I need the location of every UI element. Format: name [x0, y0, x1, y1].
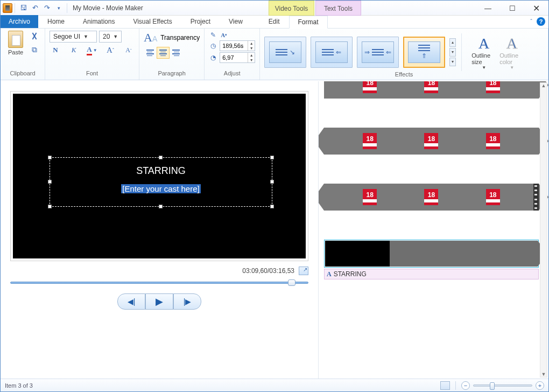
- align-left-button[interactable]: [144, 47, 157, 59]
- maximize-button[interactable]: ☐: [500, 1, 524, 16]
- resize-handle[interactable]: [48, 156, 52, 159]
- timeline-clip-selected[interactable]: [324, 240, 539, 268]
- help-icon[interactable]: ?: [537, 17, 545, 26]
- duration-icon: ◔: [209, 53, 217, 62]
- tab-view[interactable]: View: [220, 15, 252, 28]
- text-box[interactable]: STARRING [Enter your cast here]: [50, 157, 272, 207]
- resize-handle[interactable]: [159, 156, 163, 159]
- zoom-knob[interactable]: [490, 382, 495, 390]
- effects-gallery-more[interactable]: ▴▾▾: [449, 38, 457, 66]
- rating-badge: 18: [486, 189, 500, 205]
- caption-track[interactable]: A STARRING: [324, 269, 539, 279]
- close-button[interactable]: ✕: [524, 1, 548, 16]
- paste-icon: [8, 31, 23, 48]
- tab-visual-effects[interactable]: Visual Effects: [124, 15, 181, 28]
- shrink-font-button[interactable]: Aˇ: [123, 45, 135, 55]
- seek-knob[interactable]: [288, 279, 295, 286]
- window-title: My Movie - Movie Maker: [73, 4, 143, 12]
- timeline-pane[interactable]: 18 18 18 18 18 18 18 18 18 A STARRING ▲▼: [318, 81, 548, 379]
- tab-home[interactable]: Home: [38, 15, 74, 28]
- resize-handle[interactable]: [159, 205, 163, 208]
- tab-edit[interactable]: Edit: [259, 15, 289, 28]
- align-center-button[interactable]: [157, 47, 170, 59]
- resize-handle[interactable]: [270, 205, 274, 208]
- caption-placeholder[interactable]: [Enter your cast here]: [50, 184, 272, 193]
- start-time-icon: ◷: [209, 41, 217, 50]
- zoom-in-button[interactable]: +: [536, 381, 544, 390]
- copy-button[interactable]: ⧉: [29, 44, 40, 55]
- effect-scroll-in[interactable]: ⇒⇐: [357, 37, 399, 68]
- play-button[interactable]: ▶: [145, 293, 173, 310]
- outline-size-button[interactable]: AOutline size▼: [471, 35, 496, 70]
- resize-handle[interactable]: [270, 156, 274, 159]
- timeline-clip[interactable]: 18 18 18: [324, 81, 539, 99]
- prev-frame-button[interactable]: ◀|: [117, 293, 145, 310]
- tab-project[interactable]: Project: [181, 15, 220, 28]
- paste-label: Paste: [8, 49, 23, 55]
- cut-button[interactable]: [29, 31, 40, 43]
- redo-icon[interactable]: ↷: [41, 2, 53, 14]
- seek-bar[interactable]: [10, 282, 308, 287]
- text-color-icon[interactable]: A▾: [220, 31, 228, 39]
- rating-badge: 18: [363, 133, 377, 149]
- edit-text-icon[interactable]: ✎: [209, 31, 217, 39]
- paste-button[interactable]: Paste: [5, 31, 26, 55]
- zoom-out-button[interactable]: −: [461, 381, 470, 390]
- grow-font-button[interactable]: Aˆ: [104, 45, 116, 55]
- duration-spinner[interactable]: 6,97▲▼: [220, 52, 255, 63]
- start-time-spinner[interactable]: 189,56s▲▼: [220, 40, 255, 51]
- rating-badge: 18: [424, 189, 438, 205]
- group-effects: ↘ ⇐ ⇒⇐ ⇑ ▴▾▾ AOutline size▼ AOutline col…: [260, 29, 548, 80]
- resize-handle[interactable]: [48, 205, 52, 208]
- caption-track-label: STARRING: [334, 270, 367, 278]
- text-icon: A: [327, 270, 332, 278]
- rating-badge: 18: [363, 189, 377, 205]
- collapse-ribbon-icon[interactable]: ˆ: [530, 18, 532, 25]
- zoom-slider[interactable]: [473, 384, 532, 387]
- tab-file[interactable]: Archivo: [1, 15, 38, 28]
- group-paragraph: AA Transparency Paragraph: [139, 29, 205, 80]
- effects-group-label: Effects: [264, 71, 544, 79]
- transparency-button[interactable]: Transparency: [160, 34, 200, 41]
- align-right-button[interactable]: [170, 47, 182, 59]
- group-clipboard: Paste ⧉ Clipboard: [1, 29, 45, 80]
- next-frame-button[interactable]: |▶: [173, 293, 201, 310]
- save-icon[interactable]: 🖫: [17, 2, 29, 14]
- resize-handle[interactable]: [270, 180, 274, 184]
- timeline-clip[interactable]: 18 18 18: [324, 184, 539, 211]
- view-mode-button[interactable]: [440, 381, 450, 390]
- effect-scroll-left[interactable]: ⇐: [311, 37, 353, 68]
- qat-customize-icon[interactable]: ▾: [53, 2, 65, 14]
- rating-badge: 18: [424, 133, 438, 149]
- status-item-count: Item 3 of 3: [5, 382, 33, 389]
- tab-animations[interactable]: Animations: [74, 15, 124, 28]
- adjust-group-label: Adjust: [209, 70, 255, 79]
- effect-scroll-up[interactable]: ⇑: [403, 37, 445, 68]
- rating-badge: 18: [486, 81, 500, 93]
- fullscreen-button[interactable]: [299, 267, 308, 275]
- scissors-icon: [30, 32, 39, 41]
- font-name-combo[interactable]: Segoe UI▼: [50, 31, 97, 43]
- minimize-button[interactable]: ―: [476, 1, 500, 16]
- font-size-combo[interactable]: 20▼: [99, 31, 122, 43]
- status-bar: Item 3 of 3 − +: [1, 379, 548, 391]
- paragraph-group-label: Paragraph: [144, 70, 200, 79]
- bold-button[interactable]: N: [50, 45, 61, 55]
- italic-button[interactable]: K: [68, 45, 80, 55]
- rating-badge: 18: [363, 81, 377, 93]
- font-color-button[interactable]: A▼: [86, 45, 98, 55]
- video-tools-tab-header: Video Tools: [269, 1, 314, 16]
- vertical-scrollbar[interactable]: ▲▼: [540, 82, 547, 377]
- resize-handle[interactable]: [48, 180, 52, 184]
- undo-icon[interactable]: ↶: [29, 2, 41, 14]
- tab-format[interactable]: Format: [289, 16, 328, 29]
- timeline-clip[interactable]: 18 18 18: [324, 128, 539, 155]
- playback-controls: ◀| ▶ |▶: [10, 293, 308, 310]
- effect-scroll-diag[interactable]: ↘: [264, 37, 306, 68]
- app-icon[interactable]: [3, 3, 12, 13]
- group-adjust: ✎ A▾ ◷ 189,56s▲▼ ◔ 6,97▲▼ Adjust: [205, 29, 260, 80]
- window-controls: ― ☐ ✕: [476, 1, 548, 16]
- filmstrip-icon: [533, 184, 539, 211]
- preview-canvas[interactable]: STARRING [Enter your cast here]: [13, 94, 306, 258]
- clipboard-group-label: Clipboard: [5, 70, 40, 79]
